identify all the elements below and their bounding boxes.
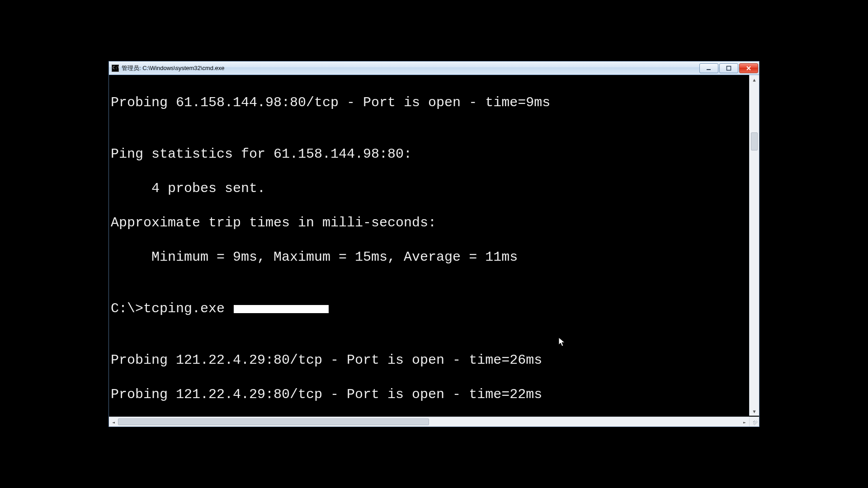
scroll-down-arrow-icon[interactable]: ▼: [750, 407, 759, 416]
svg-rect-0: [707, 69, 711, 70]
svg-rect-1: [727, 66, 731, 70]
terminal-output[interactable]: Probing 61.158.144.98:80/tcp - Port is o…: [111, 77, 748, 416]
output-line: Probing 121.22.4.29:80/tcp - Port is ope…: [111, 352, 748, 369]
output-line: Ping statistics for 61.158.144.98:80:: [111, 145, 748, 163]
vertical-scroll-thumb[interactable]: [751, 132, 758, 150]
horizontal-scroll-track[interactable]: [118, 417, 740, 427]
resize-grip[interactable]: [749, 417, 759, 427]
horizontal-scrollbar[interactable]: ◄ ►: [109, 417, 749, 427]
scroll-up-arrow-icon[interactable]: ▲: [750, 75, 759, 84]
scroll-left-arrow-icon[interactable]: ◄: [109, 417, 118, 427]
command-line: C:\>tcping.exe: [111, 300, 748, 317]
client-area: Probing 61.158.144.98:80/tcp - Port is o…: [109, 75, 759, 427]
output-line: Minimum = 9ms, Maximum = 15ms, Average =…: [111, 249, 748, 266]
redacted-argument: [234, 305, 329, 313]
output-line: 4 probes sent.: [111, 180, 748, 197]
titlebar[interactable]: 管理员: C:\Windows\system32\cmd.exe: [109, 61, 759, 75]
vertical-scroll-track[interactable]: [750, 84, 759, 407]
maximize-button[interactable]: [719, 63, 738, 73]
window-title: 管理员: C:\Windows\system32\cmd.exe: [122, 65, 225, 71]
scroll-right-arrow-icon[interactable]: ►: [740, 417, 749, 427]
close-button[interactable]: [739, 63, 758, 73]
vertical-scrollbar[interactable]: ▲ ▼: [749, 75, 759, 416]
output-line: Probing 61.158.144.98:80/tcp - Port is o…: [111, 94, 748, 111]
output-line: Approximate trip times in milli-seconds:: [111, 214, 748, 231]
cmd-window: 管理员: C:\Windows\system32\cmd.exe Probing…: [108, 61, 760, 427]
horizontal-scroll-thumb[interactable]: [118, 418, 429, 425]
command-prefix: C:\>tcping.exe: [111, 301, 233, 316]
cmd-icon: [112, 65, 119, 72]
minimize-button[interactable]: [699, 63, 718, 73]
output-line: Probing 121.22.4.29:80/tcp - Port is ope…: [111, 386, 748, 403]
